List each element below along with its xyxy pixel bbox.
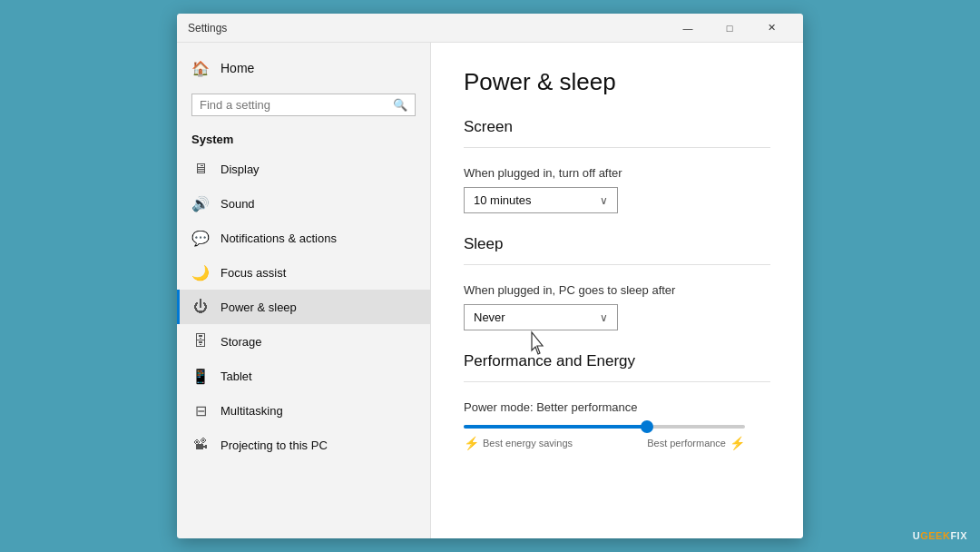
screen-dropdown-value: 10 minutes: [474, 193, 532, 207]
focus-icon: 🌙: [191, 263, 210, 281]
search-icon: 🔍: [393, 98, 407, 112]
power-icon: ⏻: [191, 298, 210, 316]
sidebar-item-home[interactable]: 🏠 Home: [177, 50, 430, 86]
power-label: Power & sleep: [220, 301, 297, 314]
watermark-highlight: GEEK: [920, 530, 950, 541]
sleep-section-title: Sleep: [464, 235, 770, 253]
maximize-button[interactable]: □: [709, 14, 750, 43]
sleep-dropdown-value: Never: [474, 310, 505, 324]
tablet-icon: 📱: [191, 367, 210, 385]
sidebar-item-sound[interactable]: 🔊 Sound: [177, 186, 430, 221]
perf-section-title: Performance and Energy: [464, 352, 770, 370]
notifications-label: Notifications & actions: [220, 232, 337, 245]
sleep-dropdown-label: When plugged in, PC goes to sleep after: [464, 283, 770, 297]
page-title: Power & sleep: [464, 68, 770, 96]
storage-label: Storage: [220, 335, 262, 349]
slider-fill: [464, 425, 647, 429]
sound-label: Sound: [220, 197, 255, 211]
watermark: UGEEKFIX: [913, 530, 967, 541]
screen-dropdown[interactable]: 10 minutes ∨: [464, 187, 618, 213]
performance-icon: ⚡: [730, 436, 745, 450]
multitasking-icon: ⊟: [191, 401, 210, 419]
minimize-button[interactable]: —: [667, 14, 709, 43]
screen-dropdown-chevron: ∨: [600, 194, 608, 207]
projecting-label: Projecting to this PC: [220, 439, 328, 452]
display-icon: 🖥: [191, 160, 210, 178]
performance-section: Performance and Energy Power mode: Bette…: [464, 352, 770, 450]
slider-left-label: ⚡ Best energy savings: [464, 436, 573, 450]
focus-label: Focus assist: [220, 266, 286, 280]
notifications-icon: 💬: [191, 229, 210, 247]
sidebar-item-power[interactable]: ⏻ Power & sleep: [177, 290, 430, 324]
slider-labels: ⚡ Best energy savings Best performance ⚡: [464, 436, 745, 450]
screen-dropdown-label: When plugged in, turn off after: [464, 166, 770, 180]
window-content: 🏠 Home 🔍 System 🖥 Display 🔊 Sound 💬 Noti…: [177, 43, 803, 538]
projecting-icon: 📽: [191, 436, 210, 454]
system-section-header: System: [177, 123, 430, 152]
sidebar-item-multitasking[interactable]: ⊟ Multitasking: [177, 393, 430, 428]
power-slider-container: ⚡ Best energy savings Best performance ⚡: [464, 425, 770, 450]
power-mode-label: Power mode: Better performance: [464, 400, 770, 414]
energy-icon: ⚡: [464, 436, 479, 450]
window-controls: — □ ✕: [667, 14, 792, 43]
settings-window: Settings — □ ✕ 🏠 Home 🔍 System 🖥 Display: [177, 14, 803, 538]
storage-icon: 🗄: [191, 332, 210, 350]
sleep-dropdown[interactable]: Never ∨: [464, 304, 618, 330]
sidebar-item-projecting[interactable]: 📽 Projecting to this PC: [177, 428, 430, 462]
sidebar-item-tablet[interactable]: 📱 Tablet: [177, 359, 430, 393]
slider-thumb[interactable]: [641, 420, 653, 433]
sidebar-item-storage[interactable]: 🗄 Storage: [177, 324, 430, 359]
titlebar: Settings — □ ✕: [177, 14, 803, 43]
sidebar-item-notifications[interactable]: 💬 Notifications & actions: [177, 221, 430, 255]
search-box[interactable]: 🔍: [191, 94, 416, 116]
sound-icon: 🔊: [191, 194, 210, 212]
sleep-dropdown-chevron: ∨: [600, 311, 608, 324]
sidebar-item-display[interactable]: 🖥 Display: [177, 152, 430, 186]
window-title: Settings: [188, 22, 667, 34]
tablet-label: Tablet: [220, 370, 252, 383]
display-label: Display: [220, 163, 260, 176]
screen-section-title: Screen: [464, 118, 770, 136]
slider-track[interactable]: [464, 425, 745, 429]
home-label: Home: [220, 61, 254, 75]
search-input[interactable]: [200, 98, 387, 112]
sidebar-item-focus[interactable]: 🌙 Focus assist: [177, 255, 430, 290]
home-icon: 🏠: [191, 59, 210, 77]
multitasking-label: Multitasking: [220, 404, 283, 418]
main-content: Power & sleep Screen When plugged in, tu…: [431, 43, 803, 538]
close-button[interactable]: ✕: [750, 14, 792, 43]
sleep-section: Sleep When plugged in, PC goes to sleep …: [464, 235, 770, 330]
slider-right-label: Best performance ⚡: [647, 436, 745, 450]
sidebar: 🏠 Home 🔍 System 🖥 Display 🔊 Sound 💬 Noti…: [177, 43, 431, 538]
